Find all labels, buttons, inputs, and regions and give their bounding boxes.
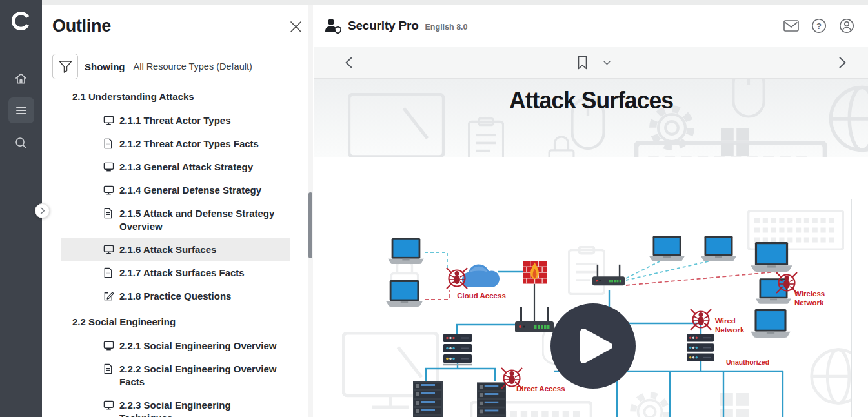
help-button[interactable]: ? <box>811 17 827 34</box>
monitor-icon <box>103 244 114 255</box>
outline-tree: 2.1 Understanding Attacks 2.1.1 Threat A… <box>42 90 314 417</box>
lesson-toolbar <box>314 47 868 79</box>
document-icon <box>103 267 114 278</box>
bookmark-icon <box>577 56 588 70</box>
outline-scrollbar-thumb[interactable] <box>308 192 312 258</box>
lesson-banner: Attack Surfaces <box>314 79 868 157</box>
main-content: Security Pro English 8.0 ? <box>314 5 868 417</box>
search-button[interactable] <box>8 130 34 156</box>
course-edition: English 8.0 <box>425 23 468 32</box>
outline-scrollbar[interactable] <box>308 5 313 417</box>
course-title: Security Pro <box>348 19 419 33</box>
svg-text:?: ? <box>816 21 822 31</box>
close-outline-button[interactable] <box>290 21 302 33</box>
help-icon: ? <box>811 18 827 34</box>
profile-button[interactable] <box>838 17 855 34</box>
bookmark-button[interactable] <box>577 56 588 70</box>
filter-value: All Resource Types (Default) <box>134 61 252 72</box>
mail-button[interactable] <box>783 17 800 34</box>
chevron-down-icon <box>603 61 611 65</box>
filter-button[interactable] <box>52 54 78 79</box>
chevron-left-icon <box>345 57 352 68</box>
edit-icon <box>103 290 114 301</box>
bookmark-menu-button[interactable] <box>603 61 611 65</box>
video-player[interactable]: Cloud Access Direct Access WiredNetwork … <box>334 199 852 417</box>
profile-icon <box>839 18 854 34</box>
home-button[interactable] <box>8 65 34 91</box>
cloud-access-label: Cloud Access <box>457 292 506 300</box>
video-thumbnail: Cloud Access Direct Access WiredNetwork … <box>334 199 851 417</box>
logo-c-icon <box>10 10 32 32</box>
wired-network-label: WiredNetwork <box>715 317 745 334</box>
menu-icon <box>15 104 28 117</box>
mail-icon <box>783 19 799 32</box>
filter-showing-label: Showing <box>85 61 125 72</box>
unauthorized-label: Unauthorized <box>726 358 769 366</box>
monitor-icon <box>103 340 114 351</box>
top-strip <box>42 0 868 5</box>
user-shield-icon <box>325 18 342 34</box>
play-button[interactable] <box>550 303 636 389</box>
outline-item[interactable]: 2.1.7 Attack Surfaces Facts <box>61 261 290 285</box>
outline-section-2-1[interactable]: 2.1 Understanding Attacks <box>72 90 290 103</box>
outline-panel-title: Outline <box>52 16 111 36</box>
outline-item[interactable]: 2.1.2 Threat Actor Types Facts <box>61 132 290 156</box>
outline-item[interactable]: 2.1.3 General Attack Strategy <box>61 156 290 179</box>
outline-section-2-2[interactable]: 2.2 Social Engineering <box>72 316 290 329</box>
direct-access-label: Direct Access <box>516 385 565 392</box>
outline-item[interactable]: 2.2.3 Social Engineering Techniques <box>61 394 290 417</box>
monitor-icon <box>103 115 114 126</box>
document-icon <box>103 363 114 374</box>
course-header: Security Pro English 8.0 ? <box>314 5 868 47</box>
chevron-right-icon <box>40 207 45 214</box>
home-icon <box>14 72 28 85</box>
chevron-right-icon <box>839 57 846 68</box>
outline-item[interactable]: 2.1.4 General Defense Strategy <box>61 179 290 202</box>
monitor-icon <box>103 185 114 196</box>
search-icon <box>14 136 28 150</box>
close-icon <box>290 21 302 33</box>
outline-item[interactable]: 2.2.2 Social Engineering Overview Facts <box>61 358 290 394</box>
panel-collapse-toggle[interactable] <box>35 203 50 218</box>
outline-menu-button[interactable] <box>8 97 34 123</box>
wireless-network-label: WirelessNetwork <box>794 290 825 307</box>
monitor-icon <box>103 161 114 172</box>
outline-item[interactable]: 2.1.5 Attack and Defense Strategy Overvi… <box>61 202 290 238</box>
app-logo[interactable] <box>0 0 42 32</box>
document-icon <box>103 208 114 219</box>
outline-item[interactable]: 2.1.8 Practice Questions <box>61 285 290 308</box>
outline-item[interactable]: 2.1.1 Threat Actor Types <box>61 109 290 132</box>
lesson-title: Attack Surfaces <box>325 79 857 115</box>
monitor-icon <box>103 400 114 411</box>
filter-icon <box>59 60 72 74</box>
next-lesson-button[interactable] <box>839 57 846 68</box>
outline-panel: Outline Showing All Resource Types (Defa… <box>42 5 314 417</box>
outline-item[interactable]: 2.2.1 Social Engineering Overview <box>61 334 290 358</box>
outline-item-selected[interactable]: 2.1.6 Attack Surfaces <box>61 238 290 261</box>
previous-lesson-button[interactable] <box>345 57 352 68</box>
document-icon <box>103 138 114 149</box>
